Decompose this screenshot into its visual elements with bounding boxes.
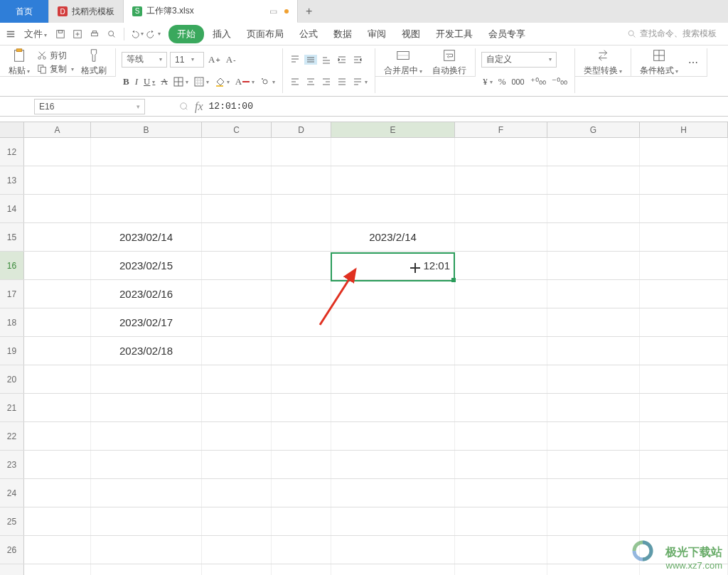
wrap-button[interactable]: 自动换行 (429, 48, 469, 77)
tab-dev[interactable]: 开发工具 (429, 23, 480, 45)
strike-button[interactable]: A (159, 76, 168, 87)
tab-review[interactable]: 审阅 (360, 23, 393, 45)
col-F[interactable]: F (455, 122, 547, 137)
cell-A15[interactable] (24, 223, 91, 251)
tab-insert[interactable]: 插入 (205, 23, 238, 45)
cell-A26[interactable] (24, 536, 91, 564)
cell-H15[interactable] (640, 223, 728, 251)
align-right-button[interactable] (320, 77, 333, 87)
align-middle-button[interactable] (304, 55, 317, 65)
border-button[interactable] (172, 77, 190, 87)
bold-button[interactable]: B (122, 76, 131, 87)
align-center-button[interactable] (304, 77, 317, 87)
cell-D24[interactable] (272, 479, 331, 507)
search-box[interactable]: 查找命令、搜索模板 (627, 28, 724, 40)
cell-H14[interactable] (640, 195, 728, 222)
tab-template[interactable]: D 找稻壳模板 (49, 0, 124, 23)
redo-icon[interactable] (147, 28, 160, 41)
cell-B17[interactable]: 2023/02/16 (91, 280, 202, 308)
window-icon[interactable]: ▭ (269, 6, 277, 16)
paste-button[interactable]: 粘贴 (6, 48, 33, 77)
rowh-22[interactable]: 22 (0, 422, 24, 450)
cell-D12[interactable] (272, 138, 331, 166)
cell-F17[interactable] (455, 280, 547, 308)
cell-A22[interactable] (24, 422, 91, 450)
cell-C20[interactable] (202, 365, 272, 393)
cell-D17[interactable] (272, 280, 331, 308)
cell-G21[interactable] (547, 394, 640, 421)
col-H[interactable]: H (640, 122, 728, 137)
font-name-select[interactable]: 等线 (122, 52, 167, 68)
cell-A17[interactable] (24, 280, 91, 308)
cell-F20[interactable] (455, 365, 547, 393)
tab-data[interactable]: 数据 (326, 23, 359, 45)
rowh-19[interactable]: 19 (0, 337, 24, 365)
cell-C17[interactable] (202, 280, 272, 308)
tab-start[interactable]: 开始 (168, 25, 204, 43)
font-size-select[interactable]: 11 (170, 52, 204, 68)
cell-E20[interactable] (331, 365, 455, 393)
print-icon[interactable] (88, 28, 101, 41)
cell-C13[interactable] (202, 166, 272, 194)
cell-B27[interactable] (91, 564, 202, 575)
cell-F23[interactable] (455, 451, 547, 478)
cell-F27[interactable] (455, 564, 547, 575)
cell-E19[interactable] (331, 337, 455, 365)
cell-D27[interactable] (272, 564, 331, 575)
font-color-button[interactable]: A (234, 76, 256, 87)
thousands-button[interactable]: 000 (510, 77, 526, 86)
cell-A19[interactable] (24, 337, 91, 365)
cell-F13[interactable] (455, 166, 547, 194)
rowh-24[interactable]: 24 (0, 479, 24, 507)
cell-E23[interactable] (331, 451, 455, 478)
cell-G18[interactable] (547, 308, 640, 336)
rowh-25[interactable]: 25 (0, 507, 24, 535)
cell-A18[interactable] (24, 308, 91, 336)
cell-D13[interactable] (272, 166, 331, 194)
cell-A16[interactable] (24, 252, 91, 279)
rowh-21[interactable]: 21 (0, 394, 24, 421)
cell-H12[interactable] (640, 138, 728, 166)
rowh-15[interactable]: 15 (0, 223, 24, 251)
cell-E18[interactable] (331, 308, 455, 336)
cell-G26[interactable] (547, 536, 640, 564)
cell-B24[interactable] (91, 479, 202, 507)
cell-B18[interactable]: 2023/02/17 (91, 308, 202, 336)
cell-A20[interactable] (24, 365, 91, 393)
save-icon[interactable] (54, 28, 67, 41)
cell-A24[interactable] (24, 479, 91, 507)
cell-C18[interactable] (202, 308, 272, 336)
cell-C19[interactable] (202, 337, 272, 365)
cell-style-button[interactable] (193, 77, 210, 87)
number-format-select[interactable]: 自定义 (481, 52, 557, 68)
cell-H23[interactable] (640, 451, 728, 478)
cell-G27[interactable] (547, 564, 640, 575)
col-C[interactable]: C (202, 122, 272, 137)
fx-icon[interactable]: fx (195, 100, 203, 113)
col-G[interactable]: G (547, 122, 640, 137)
cell-C12[interactable] (202, 138, 272, 166)
decrease-decimal-button[interactable]: ⁻⁰₀₀ (550, 76, 569, 87)
file-menu[interactable]: 文件 (21, 28, 50, 41)
cond-format-button[interactable]: 条件格式 (637, 48, 681, 77)
cell-G19[interactable] (547, 337, 640, 365)
cell-D21[interactable] (272, 394, 331, 421)
cell-D16[interactable] (272, 252, 331, 279)
cancel-fx-icon[interactable] (179, 102, 189, 112)
cell-C27[interactable] (202, 564, 272, 575)
cell-G24[interactable] (547, 479, 640, 507)
cell-A21[interactable] (24, 394, 91, 421)
undo-icon[interactable] (130, 28, 143, 41)
cell-G22[interactable] (547, 422, 640, 450)
save-as-icon[interactable] (71, 28, 84, 41)
cell-A13[interactable] (24, 166, 91, 194)
new-tab-button[interactable]: + (298, 0, 321, 23)
tab-view[interactable]: 视图 (395, 23, 427, 45)
cell-A14[interactable] (24, 195, 91, 222)
cell-E15[interactable]: 2023/2/14 (331, 223, 455, 251)
cell-B26[interactable] (91, 536, 202, 564)
cell-B23[interactable] (91, 451, 202, 478)
cell-C25[interactable] (202, 507, 272, 535)
cell-F24[interactable] (455, 479, 547, 507)
cell-F19[interactable] (455, 337, 547, 365)
